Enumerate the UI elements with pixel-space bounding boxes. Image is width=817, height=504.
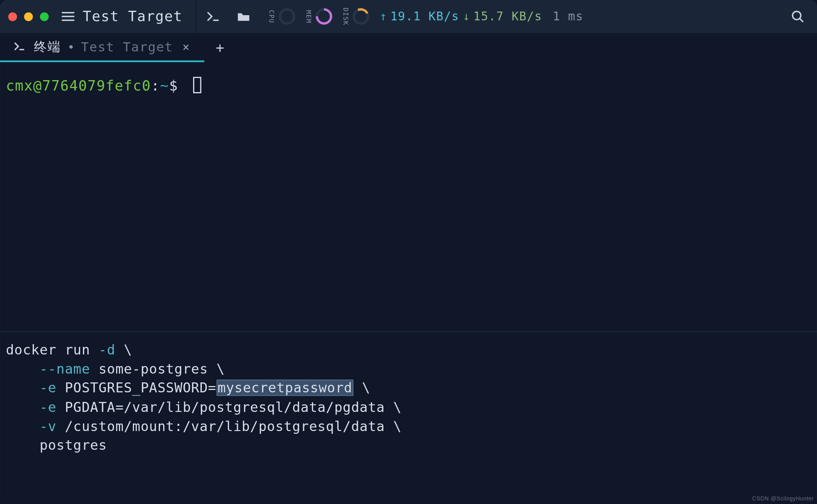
- prompt-path: ~: [160, 77, 169, 94]
- tab-label: 终端: [34, 38, 61, 56]
- window-controls: [8, 12, 49, 21]
- suggestion-panel: docker run -d \ --name some-postgres \ -…: [0, 332, 817, 504]
- mem-stat: MEM: [302, 8, 335, 25]
- close-window-button[interactable]: [8, 12, 17, 21]
- prompt-symbol: $: [169, 77, 178, 94]
- code-block[interactable]: docker run -d \ --name some-postgres \ -…: [6, 340, 402, 500]
- cursor: [193, 77, 201, 93]
- disk-stat: DISK: [339, 8, 371, 26]
- shell-prompt: cmx@7764079fefc0:~$: [6, 77, 187, 94]
- minimize-window-button[interactable]: [24, 12, 33, 21]
- tab-subtitle: Test Target: [81, 39, 173, 54]
- divider: [195, 0, 196, 33]
- code-text: docker run -d \ --name some-postgres \ -…: [6, 342, 402, 453]
- upload-speed: 19.1 KB/s: [390, 10, 459, 24]
- mem-gauge-icon: [316, 8, 332, 25]
- latency: 1 ms: [553, 10, 584, 24]
- prompt-at: @: [33, 77, 42, 94]
- titlebar: Test Target CPU MEM DISK ↑ 19.1 KB/s ↓ 1…: [0, 0, 817, 33]
- cpu-label: CPU: [268, 10, 275, 23]
- mem-label: MEM: [305, 10, 312, 23]
- watermark: CSDN @ScilogyHunter: [752, 495, 814, 502]
- new-tab-button[interactable]: +: [204, 33, 236, 62]
- highlighted-password: mysecretpassword: [216, 380, 353, 396]
- cpu-stat: CPU: [265, 8, 298, 25]
- prompt-colon: :: [151, 77, 160, 94]
- folder-icon[interactable]: [235, 8, 252, 25]
- upload-arrow-icon: ↑: [380, 10, 387, 24]
- cpu-gauge-icon: [279, 8, 295, 25]
- hamburger-menu-icon[interactable]: [59, 8, 77, 25]
- terminal-tab-icon: [13, 41, 26, 53]
- search-icon[interactable]: [789, 8, 806, 25]
- app-window: Test Target CPU MEM DISK ↑ 19.1 KB/s ↓ 1…: [0, 0, 817, 504]
- download-speed: 15.7 KB/s: [473, 10, 542, 24]
- tab-modified-indicator: [69, 45, 73, 49]
- terminal-pane[interactable]: cmx@7764079fefc0:~$: [0, 63, 817, 331]
- download-arrow-icon: ↓: [463, 10, 470, 24]
- prompt-user: cmx: [6, 77, 33, 94]
- network-stat: ↑ 19.1 KB/s ↓ 15.7 KB/s: [380, 10, 542, 24]
- terminal-icon[interactable]: [204, 8, 222, 25]
- zoom-window-button[interactable]: [40, 12, 49, 21]
- close-tab-icon[interactable]: ×: [181, 40, 191, 54]
- prompt-host: 7764079fefc0: [42, 77, 151, 94]
- window-title: Test Target: [82, 8, 187, 25]
- tabbar: 终端 Test Target × +: [0, 33, 817, 63]
- disk-gauge-icon: [353, 8, 369, 25]
- tab-terminal[interactable]: 终端 Test Target ×: [0, 33, 204, 62]
- disk-label: DISK: [341, 8, 349, 26]
